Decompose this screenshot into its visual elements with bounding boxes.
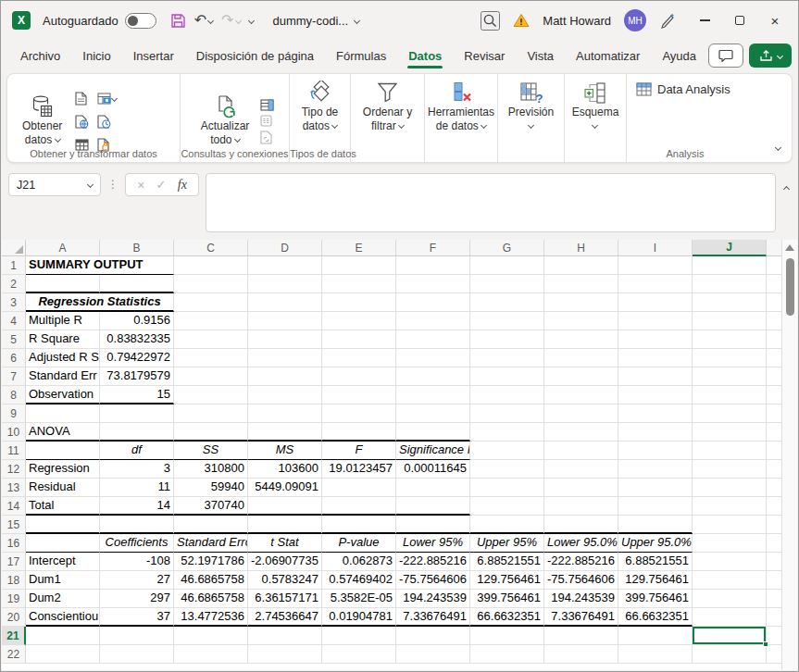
cell-A5[interactable]: R Square [26,330,100,349]
share-button[interactable] [749,44,792,68]
row-header-2[interactable]: 2 [2,275,26,293]
cell-G14[interactable] [470,497,544,516]
cell-F6[interactable] [396,349,470,367]
data-tools-button[interactable]: Herramientas de datos [422,79,500,135]
select-all-corner[interactable] [2,240,26,256]
workbook-title[interactable]: dummy-codi... [273,14,360,28]
cell-C9[interactable] [174,404,248,423]
cell-F21[interactable] [396,627,470,645]
cell-C16[interactable]: Standard Error [174,534,248,553]
cell-J5[interactable] [693,330,767,349]
cell-J1[interactable] [693,256,767,275]
queries-connections-button[interactable] [260,99,274,111]
cell-C10[interactable] [174,423,248,442]
cell-A21[interactable] [26,627,100,645]
column-header-J[interactable]: J [693,240,767,256]
cell-A10[interactable]: ANOVA [26,423,100,442]
cell-D11[interactable]: MS [248,442,322,460]
cell-E17[interactable]: 0.062873 [322,553,396,571]
tab-formulas[interactable]: Fórmulas [326,44,396,68]
cell-E3[interactable] [322,293,396,312]
cell-J18[interactable] [693,571,767,590]
maximize-button[interactable] [724,7,755,33]
cell-D15[interactable] [248,516,322,534]
cell-F3[interactable] [396,293,470,312]
recent-sources-button[interactable] [97,110,123,133]
cell-J17[interactable] [693,553,767,571]
cell-H5[interactable] [544,330,618,349]
tab-inicio[interactable]: Inicio [72,44,120,68]
cell-I19[interactable]: 399.756461 [618,590,693,608]
row-header-1[interactable]: 1 [2,256,26,275]
cell-E11[interactable]: F [322,442,396,460]
cell-I22[interactable] [618,645,693,664]
get-data-button[interactable]: Obtener datos [17,93,68,149]
cell-partial-2[interactable] [767,275,782,293]
cell-D4[interactable] [248,312,322,330]
cell-B12[interactable]: 3 [100,460,174,479]
column-header-E[interactable]: E [322,240,396,256]
comments-button[interactable] [708,44,743,68]
cell-H9[interactable] [544,404,618,423]
cell-E18[interactable]: 0.57469402 [322,571,396,590]
cell-I4[interactable] [618,312,693,330]
forecast-button[interactable]: ? Previsión [503,79,559,135]
cell-A13[interactable]: Residual [26,479,100,497]
cell-H6[interactable] [544,349,618,367]
cell-B16[interactable]: Coefficients [100,534,174,553]
cell-A11[interactable] [26,442,100,460]
cell-I11[interactable] [618,442,693,460]
cell-D7[interactable] [248,367,322,386]
cell-D12[interactable]: 103600 [248,460,322,479]
cell-A12[interactable]: Regression [26,460,100,479]
cell-C12[interactable]: 310800 [174,460,248,479]
cell-J4[interactable] [693,312,767,330]
cell-I5[interactable] [618,330,693,349]
cell-B17[interactable]: -108 [100,553,174,571]
cell-E14[interactable] [322,497,396,516]
data-analysis-button[interactable]: Data Analysis [636,82,730,96]
cell-D13[interactable]: 5449.09091 [248,479,322,497]
cell-H16[interactable]: Lower 95.0% [544,534,618,553]
cell-H1[interactable] [544,256,618,275]
cell-D1[interactable] [248,256,322,275]
cell-C7[interactable] [174,367,248,386]
cell-B14[interactable]: 14 [100,497,174,516]
cell-F14[interactable] [396,497,470,516]
cell-D14[interactable] [248,497,322,516]
cell-I6[interactable] [618,349,693,367]
cell-I14[interactable] [618,497,693,516]
row-header-15[interactable]: 15 [2,516,26,534]
cell-J13[interactable] [693,479,767,497]
name-box[interactable]: J21 [8,173,101,196]
close-button[interactable]: × [759,7,791,33]
cell-H8[interactable] [544,386,618,404]
enter-check-icon[interactable]: ✓ [156,178,167,192]
cell-partial-6[interactable] [767,349,782,367]
tab-revisar[interactable]: Revisar [454,44,515,68]
cell-G21[interactable] [470,627,544,645]
cell-H12[interactable] [544,460,618,479]
cell-G17[interactable]: 6.88521551 [470,553,544,571]
cell-G8[interactable] [470,386,544,404]
cell-C13[interactable]: 59940 [174,479,248,497]
cell-F18[interactable]: -75.7564606 [396,571,470,590]
tab-insertar[interactable]: Insertar [123,44,184,68]
cell-partial-21[interactable] [767,627,782,645]
cell-A2[interactable] [26,275,100,293]
cell-G22[interactable] [470,645,544,664]
cell-J20[interactable] [693,608,767,627]
row-header-13[interactable]: 13 [2,479,26,497]
row-header-17[interactable]: 17 [2,553,26,571]
cell-F4[interactable] [396,312,470,330]
cell-H13[interactable] [544,479,618,497]
formula-bar-options-icon[interactable]: ⋮ [107,173,119,196]
sparkle-pen-icon[interactable] [659,12,676,29]
cell-C1[interactable] [174,256,248,275]
collapse-ribbon-button[interactable] [776,141,780,155]
row-header-10[interactable]: 10 [2,423,26,442]
from-picture-button[interactable] [97,87,123,110]
from-web-button[interactable] [75,110,97,133]
cell-G1[interactable] [470,256,544,275]
cell-B7[interactable]: 73.8179579 [100,367,174,386]
